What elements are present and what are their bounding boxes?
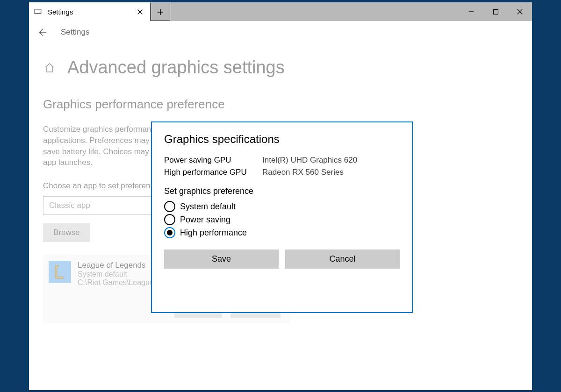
high-performance-gpu-value: Radeon RX 560 Series xyxy=(262,166,344,178)
settings-window: Settings Settings xyxy=(29,2,532,390)
section-title: Graphics performance preference xyxy=(43,97,518,112)
radio-label: System default xyxy=(180,202,236,212)
tab-title: Settings xyxy=(43,8,133,16)
tab-close-button[interactable] xyxy=(133,5,146,18)
back-button[interactable] xyxy=(36,27,48,38)
titlebar: Settings xyxy=(29,2,532,21)
radio-high-performance[interactable]: High performance xyxy=(164,227,400,238)
radio-icon xyxy=(164,227,175,238)
new-tab-button[interactable] xyxy=(151,3,170,21)
radio-system-default[interactable]: System default xyxy=(164,201,400,212)
radio-label: High performance xyxy=(180,228,247,238)
radio-label: Power saving xyxy=(180,215,230,225)
breadcrumb: Settings xyxy=(61,28,89,37)
home-icon[interactable] xyxy=(43,61,56,74)
svg-rect-0 xyxy=(35,9,41,14)
svg-rect-6 xyxy=(493,9,498,14)
app-type-dropdown[interactable]: Classic app xyxy=(43,196,155,215)
radio-power-saving[interactable]: Power saving xyxy=(164,214,400,225)
minimize-button[interactable] xyxy=(459,2,483,21)
cancel-button[interactable]: Cancel xyxy=(285,249,400,269)
power-saving-gpu-label: Power saving GPU xyxy=(164,154,262,166)
close-button[interactable] xyxy=(508,2,532,21)
radio-icon xyxy=(164,201,175,212)
save-button[interactable]: Save xyxy=(164,249,279,269)
tab-settings[interactable]: Settings xyxy=(29,2,151,21)
set-preference-label: Set graphics preference xyxy=(164,186,400,196)
high-performance-gpu-label: High performance GPU xyxy=(164,166,262,178)
maximize-button[interactable] xyxy=(483,2,508,21)
app-icon xyxy=(33,7,43,17)
power-saving-gpu-value: Intel(R) UHD Graphics 620 xyxy=(262,154,357,166)
radio-icon xyxy=(164,214,175,225)
app-item-icon xyxy=(49,261,71,283)
dialog-title: Graphics specifications xyxy=(164,133,400,146)
window-controls xyxy=(459,2,532,21)
graphics-specifications-dialog: Graphics specifications Power saving GPU… xyxy=(151,121,413,313)
page-title: Advanced graphics settings xyxy=(67,57,285,78)
navbar: Settings xyxy=(29,21,532,43)
browse-button[interactable]: Browse xyxy=(43,223,90,242)
dropdown-value: Classic app xyxy=(49,201,90,210)
